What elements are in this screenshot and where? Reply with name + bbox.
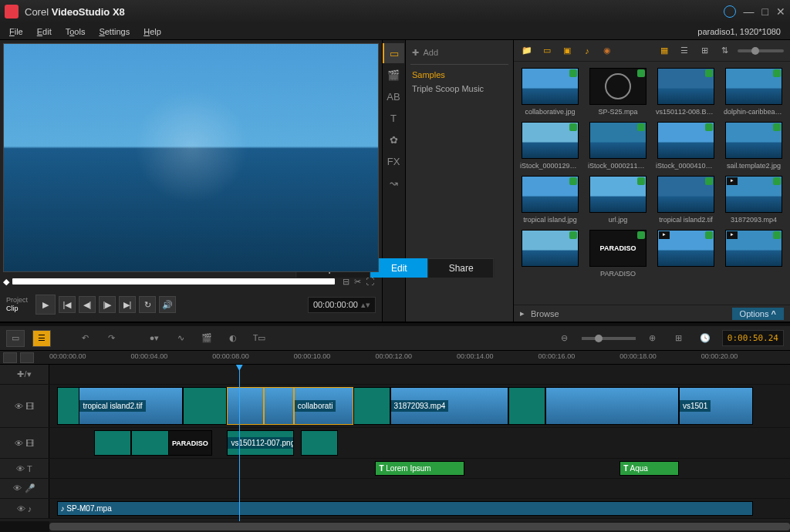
view-list-icon[interactable]: ☰ xyxy=(677,45,691,57)
sort-icon[interactable]: ⊞ xyxy=(697,45,711,57)
music-track-lane[interactable]: ♪ SP-M07.mpa xyxy=(49,499,790,518)
preview-viewport[interactable] xyxy=(3,43,379,272)
timeline-clip[interactable]: T Aqua xyxy=(620,461,679,476)
library-item[interactable]: vs150112-008.BMP xyxy=(656,68,716,116)
playback-mode[interactable]: Project Clip xyxy=(6,296,28,313)
close-button[interactable]: ✕ xyxy=(776,5,785,18)
library-item[interactable]: iStock_000041040144... xyxy=(656,122,716,170)
preview-timecode[interactable]: 00:00:00:00▴▾ xyxy=(308,297,376,313)
zoom-slider[interactable] xyxy=(582,337,636,340)
timeline-clip[interactable] xyxy=(227,387,264,425)
library-item[interactable]: ▸ xyxy=(724,230,784,278)
show-audio-icon[interactable]: ♪ xyxy=(580,45,594,57)
timeline-clip[interactable]: 31872093.mp4 xyxy=(390,387,509,425)
tab-share[interactable]: Share xyxy=(428,258,495,278)
playhead[interactable] xyxy=(239,365,240,521)
overlay-track-head[interactable]: 👁 🎞 xyxy=(0,428,49,458)
menu-file[interactable]: File xyxy=(9,27,23,36)
library-item[interactable]: sail.template2.jpg xyxy=(724,122,784,170)
zoom-out-button[interactable]: ⊖ xyxy=(555,330,574,347)
library-item[interactable]: tropical island2.tif xyxy=(656,176,716,224)
library-item[interactable]: PARADISOPARADISO xyxy=(588,230,648,278)
library-item[interactable]: dolphin-caribbean-cruis... xyxy=(724,68,784,116)
subtitle-button[interactable]: T▭ xyxy=(250,330,268,347)
timeline-scrollbar[interactable] xyxy=(0,521,790,532)
timeline-clip[interactable]: tropical island2.tif xyxy=(79,387,182,425)
timeline-clip[interactable] xyxy=(508,387,545,425)
library-item[interactable]: collaborative.jpg xyxy=(520,68,580,116)
title-track-head[interactable]: 👁 T xyxy=(0,459,49,478)
storyboard-mode-button[interactable]: ▭ xyxy=(6,330,25,347)
browse-button[interactable]: Browse xyxy=(531,309,559,318)
library-item[interactable]: url.jpg xyxy=(588,176,648,224)
globe-icon[interactable] xyxy=(724,5,736,18)
expand-icon[interactable]: ⛶ xyxy=(366,277,374,287)
ruler-toggle2[interactable] xyxy=(20,352,34,363)
repeat-button[interactable]: ↻ xyxy=(139,296,156,313)
library-item[interactable]: iStock_000021104321... xyxy=(588,122,648,170)
minimize-button[interactable]: — xyxy=(744,5,755,18)
ruler-toggle1[interactable] xyxy=(3,352,17,363)
library-item[interactable]: iStock_000012963183... xyxy=(520,122,580,170)
video-track-head[interactable]: 👁 🎞 xyxy=(0,385,49,427)
undo-button[interactable]: ↶ xyxy=(76,330,94,347)
show-free-icon[interactable]: ◉ xyxy=(600,45,614,57)
timeline-ruler[interactable]: 00:00:00.0000:00:04.0000:00:08.0000:00:1… xyxy=(0,351,790,365)
library-item[interactable]: SP-S25.mpa xyxy=(588,68,648,116)
voice-track-lane[interactable] xyxy=(49,479,790,498)
timeline-clip[interactable] xyxy=(353,387,390,425)
overlay-track-lane[interactable]: PARADISOvs150112-007.png xyxy=(49,428,790,458)
timeline-clip[interactable] xyxy=(264,387,293,425)
video-track-lane[interactable]: tropical island2.tifcollaborati31872093.… xyxy=(49,385,790,427)
import-icon[interactable]: 📁 xyxy=(520,45,534,57)
mark-in-icon[interactable]: ⊟ xyxy=(343,277,349,287)
mixer-button[interactable]: ∿ xyxy=(171,330,190,347)
show-video-icon[interactable]: ▭ xyxy=(540,45,554,57)
zoom-in-button[interactable]: ⊕ xyxy=(643,330,662,347)
timeline-clip[interactable]: collaborati xyxy=(294,387,353,425)
music-track-head[interactable]: 👁 ♪ xyxy=(0,499,49,518)
next-frame-button[interactable]: |▶ xyxy=(99,296,116,313)
timeline-clip[interactable]: ♪ SP-M07.mpa xyxy=(57,501,753,516)
timeline-clip[interactable]: PARADISO xyxy=(168,430,213,456)
timeline-clip[interactable] xyxy=(183,387,228,425)
timeline-mode-button[interactable]: ☰ xyxy=(32,330,51,347)
volume-button[interactable]: 🔊 xyxy=(159,296,176,313)
menu-help[interactable]: Help xyxy=(143,27,161,36)
go-end-button[interactable]: ▶| xyxy=(119,296,136,313)
sort-order-icon[interactable]: ⇅ xyxy=(717,45,731,57)
voice-track-head[interactable]: 👁 🎤 xyxy=(0,479,49,498)
go-start-button[interactable]: |◀ xyxy=(59,296,76,313)
play-button[interactable]: ▶ xyxy=(35,295,56,315)
browse-icon[interactable]: ▸ xyxy=(520,308,525,318)
timeline-clip[interactable]: vs1501 xyxy=(679,387,753,425)
timeline-clip[interactable]: T Lorem Ipsum xyxy=(375,461,464,476)
timeline-clip[interactable] xyxy=(94,430,131,456)
menu-edit[interactable]: Edit xyxy=(37,27,52,36)
fit-button[interactable]: ⊞ xyxy=(670,330,688,347)
library-item[interactable] xyxy=(520,230,580,278)
trackmask-button[interactable]: ◐ xyxy=(224,330,242,347)
track-misc-head[interactable]: ✚/▾ xyxy=(0,365,49,384)
library-item[interactable]: ▸ xyxy=(656,230,716,278)
tab-edit[interactable]: Edit xyxy=(370,258,428,278)
project-duration[interactable]: 0:00:50.24 xyxy=(722,330,784,346)
redo-button[interactable]: ↷ xyxy=(102,330,120,347)
thumb-size-slider[interactable] xyxy=(738,49,784,52)
timeline-clip[interactable]: vs150112-007.png xyxy=(227,430,293,456)
prev-frame-button[interactable]: ◀| xyxy=(79,296,96,313)
maximize-button[interactable]: □ xyxy=(762,5,768,18)
cut-icon[interactable]: ✂ xyxy=(354,277,361,287)
timeline-clip[interactable] xyxy=(545,387,679,425)
timeline-clip[interactable] xyxy=(301,430,338,456)
auto-music-button[interactable]: 🎬 xyxy=(198,330,216,347)
library-item[interactable]: tropical island.jpg xyxy=(520,176,580,224)
menu-settings[interactable]: Settings xyxy=(99,27,130,36)
title-track-lane[interactable]: T Lorem IpsumT Aqua xyxy=(49,459,790,478)
view-thumb-icon[interactable]: ▦ xyxy=(657,45,671,57)
library-item[interactable]: ▸31872093.mp4 xyxy=(724,176,784,224)
record-button[interactable]: ●▾ xyxy=(145,330,164,347)
menu-tools[interactable]: Tools xyxy=(66,27,86,36)
show-photo-icon[interactable]: ▣ xyxy=(560,45,574,57)
options-button[interactable]: Options ^ xyxy=(732,308,784,320)
